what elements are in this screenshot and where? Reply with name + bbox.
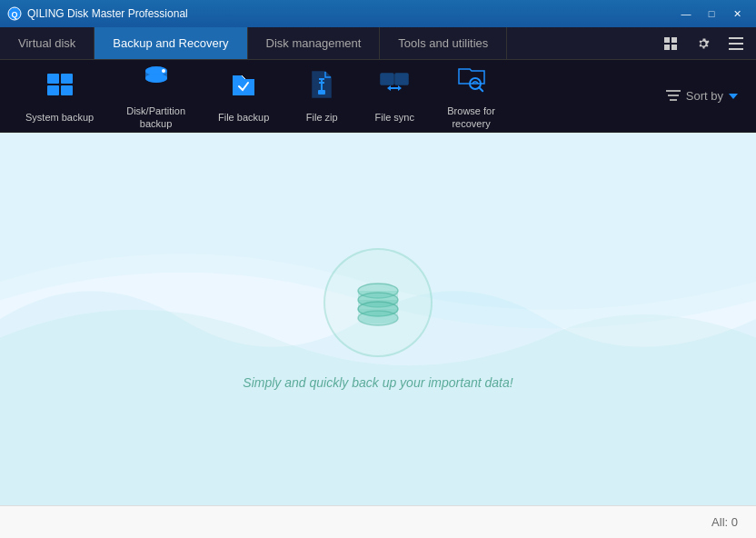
svg-rect-8 (729, 48, 743, 50)
svg-rect-21 (395, 74, 408, 85)
center-illustration: Simply and quickly back up your importan… (243, 248, 512, 390)
stack-circle (323, 248, 433, 357)
title-bar: Q QILING Disk Master Professional — □ ✕ (0, 0, 756, 27)
svg-rect-26 (670, 99, 677, 101)
svg-point-14 (145, 74, 167, 83)
svg-point-31 (358, 311, 398, 325)
all-label: All: (711, 515, 728, 529)
stack-layers-icon (346, 271, 410, 334)
title-bar-left: Q QILING Disk Master Professional (7, 6, 188, 21)
browse-recovery-button[interactable]: Browse forrecovery (431, 55, 512, 138)
svg-text:Q: Q (11, 10, 17, 19)
tab-disk-management[interactable]: Disk management (248, 27, 381, 59)
tab-virtual-disk[interactable]: Virtual disk (0, 27, 94, 59)
file-zip-label: File zip (306, 111, 338, 124)
file-sync-button[interactable]: File sync (358, 61, 431, 131)
file-backup-icon (227, 68, 260, 105)
system-backup-button[interactable]: System backup (9, 61, 110, 131)
browse-recovery-label: Browse forrecovery (447, 105, 495, 131)
system-backup-icon (44, 68, 76, 105)
file-sync-icon (378, 68, 411, 105)
toolbar: System backup Disk/Partitionbackup File … (0, 60, 756, 133)
file-zip-button[interactable]: File zip (285, 61, 358, 131)
sort-chevron-icon (729, 94, 738, 99)
all-count: 0 (731, 515, 738, 529)
title-bar-controls: — □ ✕ (674, 5, 749, 23)
svg-rect-24 (666, 90, 681, 92)
disk-partition-backup-icon (140, 62, 173, 99)
svg-rect-3 (671, 37, 677, 43)
status-bar: All: 0 (0, 505, 756, 538)
app-title: QILING Disk Master Professional (27, 7, 188, 20)
file-sync-label: File sync (375, 111, 414, 124)
minimize-button[interactable]: — (674, 5, 698, 23)
maximize-button[interactable]: □ (700, 5, 723, 23)
close-button[interactable]: ✕ (725, 5, 749, 23)
grid-view-icon[interactable] (660, 33, 681, 55)
content-area: Simply and quickly back up your importan… (0, 133, 756, 505)
app-icon: Q (7, 6, 22, 21)
svg-rect-6 (729, 37, 743, 39)
header-actions (651, 27, 756, 59)
svg-rect-20 (381, 74, 393, 85)
sort-by-button[interactable]: Sort by (657, 84, 747, 108)
disk-partition-backup-button[interactable]: Disk/Partitionbackup (110, 55, 202, 138)
svg-rect-11 (47, 85, 59, 95)
browse-recovery-icon (455, 62, 488, 99)
svg-rect-12 (61, 85, 73, 95)
disk-partition-backup-label: Disk/Partitionbackup (126, 105, 185, 131)
sort-by-label: Sort by (686, 89, 723, 103)
svg-rect-10 (61, 74, 73, 84)
menu-icon[interactable] (725, 33, 747, 55)
svg-point-15 (162, 69, 165, 73)
svg-rect-9 (47, 74, 59, 84)
svg-rect-25 (668, 95, 679, 96)
svg-rect-4 (664, 45, 670, 50)
tagline: Simply and quickly back up your importan… (243, 375, 512, 390)
file-backup-label: File backup (218, 111, 269, 124)
svg-rect-7 (729, 43, 743, 45)
svg-rect-2 (664, 37, 670, 43)
settings-icon[interactable] (692, 33, 714, 55)
sort-icon (666, 90, 681, 103)
system-backup-label: System backup (25, 111, 94, 124)
svg-rect-19 (318, 90, 325, 95)
svg-rect-5 (671, 45, 677, 50)
file-backup-button[interactable]: File backup (202, 61, 285, 131)
file-zip-icon (305, 68, 338, 105)
